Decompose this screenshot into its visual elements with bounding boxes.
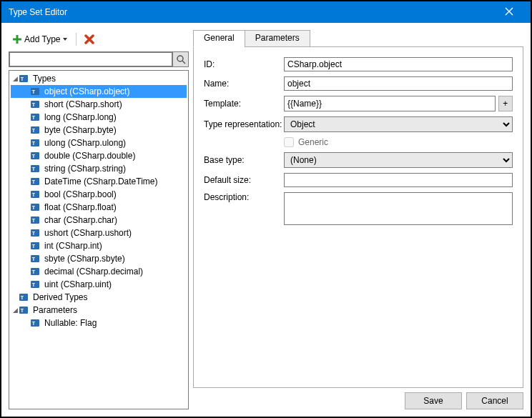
tree-item[interactable]: ushort (CSharp.ushort) bbox=[11, 227, 187, 239]
expand-icon[interactable]: ◢ bbox=[11, 75, 19, 82]
titlebar: Type Set Editor bbox=[1, 1, 531, 23]
tree-item[interactable]: int (CSharp.int) bbox=[11, 239, 187, 252]
type-icon bbox=[31, 86, 42, 96]
base-select[interactable]: (None) bbox=[284, 152, 513, 168]
window-title: Type Set Editor bbox=[9, 7, 495, 17]
type-icon bbox=[31, 138, 42, 148]
tree-item[interactable]: DateTime (CSharp.DateTime) bbox=[11, 175, 187, 188]
tab-parameters[interactable]: Parameters bbox=[245, 30, 310, 47]
tree-item[interactable]: sbyte (CSharp.sbyte) bbox=[11, 252, 187, 265]
tree-item-label: char (CSharp.char) bbox=[44, 215, 117, 225]
tree-node-types[interactable]: ◢ Types bbox=[11, 72, 187, 85]
template-label: Template: bbox=[204, 99, 284, 109]
type-icon bbox=[31, 151, 42, 161]
generic-label: Generic bbox=[298, 137, 328, 147]
dropdown-arrow-icon bbox=[62, 36, 68, 42]
id-label: ID: bbox=[204, 59, 284, 69]
tree-item[interactable]: long (CSharp.long) bbox=[11, 111, 187, 124]
tree-item[interactable]: Nullable: Flag bbox=[11, 317, 187, 329]
main: Add Type bbox=[9, 30, 523, 409]
tree-item-label: ushort (CSharp.ushort) bbox=[44, 228, 132, 238]
tree-item-label: short (CSharp.short) bbox=[44, 99, 122, 109]
size-field[interactable] bbox=[284, 173, 513, 187]
template-field[interactable] bbox=[284, 96, 496, 111]
tree-item[interactable]: ulong (CSharp.ulong) bbox=[11, 136, 187, 149]
type-icon bbox=[31, 189, 42, 199]
tree-item[interactable]: decimal (CSharp.decimal) bbox=[11, 265, 187, 278]
tree-label: Derived Types bbox=[33, 292, 87, 302]
toolbar: Add Type bbox=[9, 30, 189, 49]
type-icon bbox=[31, 176, 42, 186]
save-button[interactable]: Save bbox=[405, 392, 462, 409]
tree-item-label: Nullable: Flag bbox=[44, 318, 97, 328]
generic-checkbox[interactable] bbox=[284, 137, 294, 147]
tree-item[interactable]: double (CSharp.double) bbox=[11, 149, 187, 162]
type-icon bbox=[31, 164, 42, 174]
tree-item-label: string (CSharp.string) bbox=[44, 164, 126, 174]
type-icon bbox=[31, 267, 42, 277]
name-label: Name: bbox=[204, 79, 284, 89]
tree-item-label: object (CSharp.object) bbox=[44, 86, 129, 96]
tree-node-derived[interactable]: Derived Types bbox=[11, 291, 187, 304]
type-icon bbox=[31, 215, 42, 225]
tree-item-label: float (CSharp.float) bbox=[44, 202, 117, 212]
type-icon bbox=[31, 228, 42, 238]
svg-point-0 bbox=[177, 56, 183, 61]
close-icon[interactable] bbox=[495, 6, 523, 18]
type-tree[interactable]: ◢ Types object (CSharp.object)short (CSh… bbox=[9, 70, 189, 409]
tree-item[interactable]: float (CSharp.float) bbox=[11, 201, 187, 214]
general-panel: ID: Name: Template: + bbox=[193, 46, 523, 388]
base-label: Base type: bbox=[204, 155, 284, 165]
tree-item[interactable]: object (CSharp.object) bbox=[11, 85, 187, 98]
tree-node-parameters[interactable]: ◢ Parameters bbox=[11, 304, 187, 317]
search-input[interactable] bbox=[9, 52, 172, 66]
tree-item-label: long (CSharp.long) bbox=[44, 112, 117, 122]
tab-general[interactable]: General bbox=[193, 30, 245, 47]
tree-item-label: ulong (CSharp.ulong) bbox=[44, 138, 126, 148]
desc-label: Description: bbox=[204, 192, 284, 202]
id-field[interactable] bbox=[284, 57, 513, 71]
right-panel: General Parameters ID: Name: Template: bbox=[193, 30, 523, 409]
folder-icon bbox=[19, 292, 31, 302]
name-field[interactable] bbox=[284, 76, 513, 91]
cancel-button[interactable]: Cancel bbox=[466, 392, 523, 409]
tree-item[interactable]: short (CSharp.short) bbox=[11, 98, 187, 111]
tree-item[interactable]: char (CSharp.char) bbox=[11, 214, 187, 227]
left-panel: Add Type bbox=[9, 30, 189, 409]
tree-item-label: DateTime (CSharp.DateTime) bbox=[44, 176, 157, 186]
add-type-label: Add Type bbox=[24, 34, 60, 44]
tree-item[interactable]: byte (CSharp.byte) bbox=[11, 124, 187, 136]
desc-field[interactable] bbox=[284, 192, 513, 225]
param-icon bbox=[31, 318, 42, 328]
type-icon bbox=[31, 202, 42, 212]
type-set-editor-window: Type Set Editor Add Type bbox=[0, 0, 532, 418]
footer: Save Cancel bbox=[193, 388, 523, 409]
tree-item-label: byte (CSharp.byte) bbox=[44, 125, 117, 135]
folder-icon bbox=[19, 74, 31, 84]
type-icon bbox=[31, 112, 42, 122]
plus-icon bbox=[12, 34, 22, 44]
expand-icon[interactable]: ◢ bbox=[11, 307, 19, 314]
repr-select[interactable]: Object bbox=[284, 116, 513, 132]
add-type-button[interactable]: Add Type bbox=[9, 32, 72, 46]
type-icon bbox=[31, 99, 42, 109]
tree-item-label: sbyte (CSharp.sbyte) bbox=[44, 254, 125, 264]
tree-item-label: int (CSharp.int) bbox=[44, 241, 102, 251]
tree-item-label: uint (CSharp.uint) bbox=[44, 279, 112, 289]
delete-button[interactable] bbox=[81, 32, 98, 46]
tree-item[interactable]: bool (CSharp.bool) bbox=[11, 188, 187, 201]
tree-item-label: double (CSharp.double) bbox=[44, 151, 135, 161]
folder-icon bbox=[19, 305, 31, 315]
toolbar-separator bbox=[76, 33, 77, 46]
search-icon bbox=[176, 54, 186, 64]
template-add-button[interactable]: + bbox=[498, 96, 513, 111]
tree-item-label: decimal (CSharp.decimal) bbox=[44, 267, 143, 277]
tree-label: Parameters bbox=[33, 305, 77, 315]
delete-icon bbox=[84, 34, 94, 44]
size-label: Default size: bbox=[204, 175, 284, 185]
tree-item[interactable]: uint (CSharp.uint) bbox=[11, 278, 187, 291]
search-button[interactable] bbox=[172, 52, 188, 66]
type-icon bbox=[31, 125, 42, 135]
type-icon bbox=[31, 279, 42, 289]
tree-item[interactable]: string (CSharp.string) bbox=[11, 162, 187, 175]
